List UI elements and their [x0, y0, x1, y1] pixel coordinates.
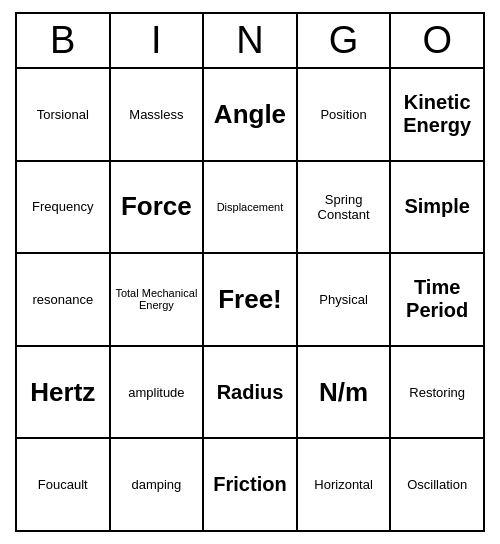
- bingo-cell-3-4: Restoring: [391, 347, 483, 438]
- bingo-cell-4-3: Horizontal: [298, 439, 392, 530]
- bingo-row-0: TorsionalMasslessAnglePositionKinetic En…: [17, 69, 483, 162]
- bingo-row-4: FoucaultdampingFrictionHorizontalOscilla…: [17, 439, 483, 530]
- bingo-cell-4-0: Foucault: [17, 439, 111, 530]
- bingo-row-2: resonanceTotal Mechanical EnergyFree!Phy…: [17, 254, 483, 347]
- bingo-cell-1-2: Displacement: [204, 162, 298, 253]
- header-letter-O: O: [391, 14, 483, 67]
- bingo-cell-0-1: Massless: [111, 69, 205, 160]
- bingo-cell-2-2: Free!: [204, 254, 298, 345]
- bingo-body: TorsionalMasslessAnglePositionKinetic En…: [17, 69, 483, 530]
- bingo-row-3: HertzamplitudeRadiusN/mRestoring: [17, 347, 483, 440]
- bingo-cell-3-3: N/m: [298, 347, 392, 438]
- bingo-card: BINGO TorsionalMasslessAnglePositionKine…: [15, 12, 485, 532]
- bingo-cell-2-1: Total Mechanical Energy: [111, 254, 205, 345]
- bingo-cell-3-1: amplitude: [111, 347, 205, 438]
- bingo-cell-1-4: Simple: [391, 162, 483, 253]
- bingo-cell-2-4: Time Period: [391, 254, 483, 345]
- bingo-cell-0-4: Kinetic Energy: [391, 69, 483, 160]
- bingo-cell-2-3: Physical: [298, 254, 392, 345]
- bingo-cell-3-0: Hertz: [17, 347, 111, 438]
- bingo-cell-4-4: Oscillation: [391, 439, 483, 530]
- bingo-cell-0-2: Angle: [204, 69, 298, 160]
- bingo-cell-4-1: damping: [111, 439, 205, 530]
- bingo-cell-0-0: Torsional: [17, 69, 111, 160]
- bingo-cell-1-3: Spring Constant: [298, 162, 392, 253]
- bingo-cell-1-1: Force: [111, 162, 205, 253]
- header-letter-B: B: [17, 14, 111, 67]
- header-letter-I: I: [111, 14, 205, 67]
- header-letter-G: G: [298, 14, 392, 67]
- bingo-cell-0-3: Position: [298, 69, 392, 160]
- bingo-cell-1-0: Frequency: [17, 162, 111, 253]
- bingo-cell-2-0: resonance: [17, 254, 111, 345]
- bingo-cell-3-2: Radius: [204, 347, 298, 438]
- bingo-header: BINGO: [17, 14, 483, 69]
- bingo-row-1: FrequencyForceDisplacementSpring Constan…: [17, 162, 483, 255]
- bingo-cell-4-2: Friction: [204, 439, 298, 530]
- header-letter-N: N: [204, 14, 298, 67]
